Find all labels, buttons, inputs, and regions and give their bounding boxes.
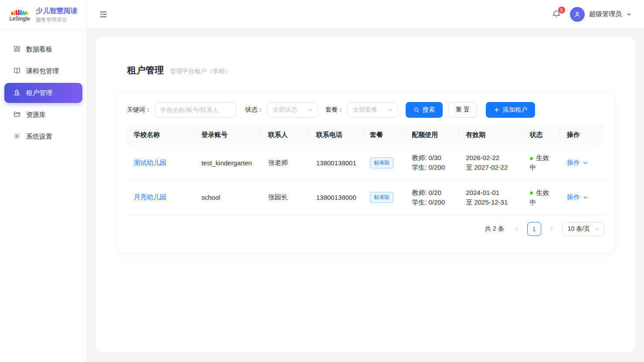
keyword-label: 关键词： [127, 106, 151, 114]
notification-badge: 5 [558, 6, 566, 14]
status-cell: 生效中 [523, 180, 560, 215]
table-header-row: 学校名称 登录账号 联系人 联系电话 套餐 配额使用 有效期 状态 操作 [127, 124, 604, 146]
avatar [570, 7, 585, 22]
sidebar-item-label: 课程包管理 [26, 67, 59, 75]
gear-icon [13, 132, 21, 141]
user-menu[interactable]: 超级管理员 [570, 7, 632, 22]
table-row: 测试幼儿园 test_kindergarten 张老师 13800138001 … [127, 146, 604, 180]
contact-cell: 张老师 [261, 146, 309, 180]
tenant-table: 学校名称 登录账号 联系人 联系电话 套餐 配额使用 有效期 状态 操作 [127, 124, 604, 215]
column-header-status: 状态 [523, 124, 560, 146]
page-title: 租户管理 [127, 64, 164, 76]
logo-brand-text: LeSingle [10, 16, 30, 22]
plus-icon [494, 107, 500, 113]
tenant-panel: 关键词： 状态： 全部状态 套餐： 全部套餐 搜索 [117, 93, 614, 253]
chevron-down-icon [583, 195, 588, 200]
app-title: 少儿智慧阅读 [36, 7, 78, 15]
validity-cell: 2026-02-22 至 2027-02-22 [459, 146, 522, 180]
column-header-quota: 配额使用 [405, 124, 459, 146]
status-badge: 生效中 [530, 154, 549, 171]
chevron-down-icon [388, 107, 393, 113]
quota-cell: 教师: 0/20 学生: 0/200 [405, 180, 459, 215]
folder-icon [13, 110, 21, 120]
status-dot-icon [530, 157, 533, 160]
quota-cell: 教师: 0/30 学生: 0/200 [405, 146, 459, 180]
status-label: 状态： [245, 106, 264, 114]
sidebar-menu: 数据看板 课程包管理 租户管理 资源库 系统设置 [0, 31, 87, 147]
phone-cell: 13800138000 [309, 180, 363, 215]
sidebar-item-label: 资源库 [26, 111, 46, 119]
page-card: 租户管理 管理平台租户（学校） 关键词： 状态： 全部状态 套餐： 全部套餐 [96, 37, 635, 352]
app-logo: LeSingle 少儿智慧阅读 服务管理后台 [0, 0, 87, 31]
column-header-account: 登录账号 [194, 124, 261, 146]
status-select[interactable]: 全部状态 [267, 102, 318, 118]
column-header-phone: 联系电话 [309, 124, 363, 146]
reset-button[interactable]: 重 置 [448, 102, 477, 118]
column-header-actions: 操作 [560, 124, 604, 146]
package-badge: 标准版 [370, 192, 393, 203]
status-badge: 生效中 [530, 189, 549, 206]
app-subtitle: 服务管理后台 [36, 16, 78, 24]
account-cell: test_kindergarten [194, 146, 261, 180]
chevron-down-icon [594, 226, 600, 232]
column-header-contact: 联系人 [261, 124, 309, 146]
package-badge: 标准版 [370, 157, 393, 168]
validity-cell: 2024-01-01 至 2025-12-31 [459, 180, 522, 215]
school-name-link[interactable]: 测试幼儿园 [134, 159, 166, 166]
chevron-down-icon [583, 160, 588, 166]
add-tenant-button[interactable]: 添加租户 [486, 102, 535, 118]
book-icon [13, 67, 21, 76]
sidebar-item-resources[interactable]: 资源库 [4, 105, 82, 125]
table-row: 月亮幼儿园 school 张园长 13800138000 标准版 教师: 0/2… [127, 180, 604, 215]
column-header-package: 套餐 [363, 124, 405, 146]
page-size-select[interactable]: 10 条/页 [562, 222, 604, 236]
sidebar-item-tenants[interactable]: 租户管理 [4, 83, 82, 103]
account-cell: school [194, 180, 261, 215]
sidebar: LeSingle 少儿智慧阅读 服务管理后台 数据看板 课程包管理 租户管理 [0, 0, 87, 362]
status-dot-icon [530, 191, 533, 195]
filter-bar: 关键词： 状态： 全部状态 套餐： 全部套餐 搜索 [127, 102, 604, 118]
column-header-school: 学校名称 [127, 124, 194, 146]
lesingle-logo-icon: LeSingle [8, 8, 31, 22]
sidebar-item-settings[interactable]: 系统设置 [4, 126, 82, 147]
chevron-down-icon [626, 11, 632, 17]
package-select[interactable]: 全部套餐 [347, 102, 398, 118]
pagination-page-1[interactable]: 1 [527, 222, 541, 236]
dashboard-icon [13, 45, 21, 54]
sidebar-item-label: 租户管理 [26, 89, 52, 97]
sidebar-item-label: 系统设置 [26, 133, 52, 141]
sidebar-item-dashboard[interactable]: 数据看板 [4, 39, 82, 59]
search-icon [414, 107, 420, 113]
username: 超级管理员 [589, 10, 622, 18]
page-subtitle: 管理平台租户（学校） [170, 68, 231, 75]
top-header: 5 超级管理员 [87, 0, 644, 29]
sidebar-item-course-packages[interactable]: 课程包管理 [4, 61, 82, 81]
phone-cell: 13800138001 [309, 146, 363, 180]
search-button[interactable]: 搜索 [406, 102, 443, 118]
keyword-input[interactable] [155, 102, 237, 118]
pagination-total: 共 2 条 [485, 225, 504, 233]
row-actions-dropdown[interactable]: 操作 [567, 159, 588, 167]
sidebar-item-label: 数据看板 [26, 45, 52, 54]
content-area: 租户管理 管理平台租户（学校） 关键词： 状态： 全部状态 套餐： 全部套餐 [87, 29, 644, 362]
pagination-next-icon[interactable] [545, 222, 558, 236]
chevron-down-icon [308, 107, 313, 113]
column-header-validity: 有效期 [459, 124, 522, 146]
notification-bell-icon[interactable]: 5 [552, 9, 562, 20]
package-label: 套餐： [325, 106, 344, 114]
pagination: 共 2 条 1 10 条/页 [127, 222, 604, 236]
menu-fold-icon[interactable] [98, 9, 109, 20]
status-cell: 生效中 [523, 146, 560, 180]
contact-cell: 张园长 [261, 180, 309, 215]
school-name-link[interactable]: 月亮幼儿园 [134, 193, 166, 201]
building-icon [13, 89, 21, 98]
pagination-prev-icon[interactable] [510, 222, 523, 236]
row-actions-dropdown[interactable]: 操作 [567, 193, 588, 201]
